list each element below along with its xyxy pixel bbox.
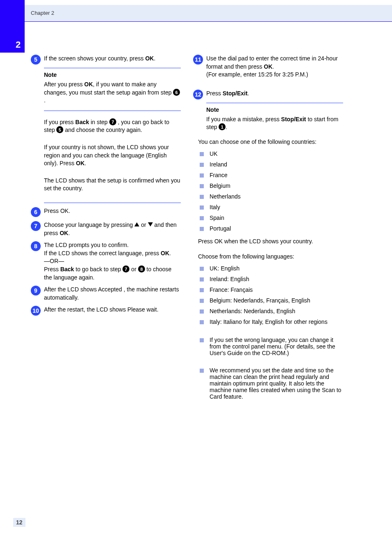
list-item-text: UK: English xyxy=(210,265,343,272)
down-arrow-icon xyxy=(148,222,153,226)
note-r1-text: If you make a mistake, press Stop/Exit t… xyxy=(206,115,343,132)
list-item: France: Français xyxy=(198,286,343,293)
bullet-icon xyxy=(200,288,204,292)
step-12-text: Press Stop/Exit. xyxy=(206,90,343,99)
step-5-icon: 5 xyxy=(31,55,41,65)
list-item: Belgium: Nederlands, Français, English xyxy=(198,297,343,304)
bullet-icon xyxy=(200,369,204,373)
list-item: Spain xyxy=(198,215,343,221)
step-11: 11 Use the dial pad to enter the correct… xyxy=(193,55,343,79)
svg-text:7: 7 xyxy=(111,119,114,124)
ok-label: OK xyxy=(161,250,169,256)
list-item-text: Spain xyxy=(210,215,343,221)
list-item-text: Ireland xyxy=(210,161,343,168)
ok-label: OK xyxy=(264,63,272,70)
countries-intro: You can choose one of the following coun… xyxy=(198,138,343,146)
ref-dot-1: 1 xyxy=(219,123,226,130)
note-rule xyxy=(44,68,181,68)
bullet-icon xyxy=(200,216,204,220)
note-block-1: Note After you press OK, if you want to … xyxy=(44,68,181,111)
svg-text:7: 7 xyxy=(125,266,127,271)
languages-intro: Choose from the following languages: xyxy=(198,253,343,261)
stop-exit-label: Stop/Exit xyxy=(223,90,248,97)
note-1-text: After you press OK, if you want to make … xyxy=(44,81,181,105)
up-arrow-icon xyxy=(134,222,139,226)
list-item-text: France: Français xyxy=(210,286,343,293)
list-item: We recommend you set the date and time s… xyxy=(198,367,343,400)
ref-dot-7b: 7 xyxy=(122,265,129,272)
bullet-icon xyxy=(200,309,204,314)
step-9-text: After the LCD shows Accepted , the machi… xyxy=(44,286,181,302)
list-item: Ireland: English xyxy=(198,276,343,282)
step-12-icon: 12 xyxy=(193,90,203,99)
note-title: Note xyxy=(44,72,181,78)
note-3-text: If your country is not shown, the LCD sh… xyxy=(44,143,181,168)
countries-list: UKIrelandFranceBelgiumNetherlandsItalySp… xyxy=(198,150,343,232)
bullet-icon xyxy=(200,173,204,178)
left-column: 5 If the screen shows your country, pres… xyxy=(31,54,181,316)
bullet-icon xyxy=(200,163,204,167)
step-7-icon: 7 xyxy=(31,221,41,231)
languages-list: UK: EnglishIreland: EnglishFrance: Franç… xyxy=(198,265,343,325)
step-10-text: After the restart, the LCD shows Please … xyxy=(44,306,181,314)
bullet-icon xyxy=(200,320,204,324)
svg-text:10: 10 xyxy=(32,307,39,314)
list-item-text: Italy: Italiano for Italy, English for o… xyxy=(210,319,343,325)
ref-dot-6: 6 xyxy=(173,89,180,96)
bullet-icon xyxy=(200,152,204,156)
page-number: 12 xyxy=(13,518,25,527)
step-7: 7 Choose your language by pressing or an… xyxy=(31,221,181,237)
note-4-text: The LCD shows that the setup is confirme… xyxy=(44,177,181,193)
svg-text:7: 7 xyxy=(34,223,37,229)
step-6: 6 Press OK. xyxy=(31,207,181,217)
list-item-text: Ireland: English xyxy=(210,276,343,282)
list-item-text: Belgium xyxy=(210,182,343,189)
step-9: 9 After the LCD shows Accepted , the mac… xyxy=(31,286,181,302)
list-item: Italy: Italiano for Italy, English for o… xyxy=(198,319,343,325)
list-item: UK: English xyxy=(198,265,343,272)
step-6-icon: 6 xyxy=(31,207,41,217)
svg-text:8: 8 xyxy=(34,243,37,249)
bullet-icon xyxy=(200,195,204,199)
note-rule xyxy=(206,103,343,103)
list-item-text: France xyxy=(210,172,343,178)
bullet-icon xyxy=(200,338,204,342)
step-10: 10 After the restart, the LCD shows Plea… xyxy=(31,306,181,316)
note-rule xyxy=(44,111,181,111)
bullet-icon xyxy=(200,205,204,210)
chapter-banner: Chapter 2 xyxy=(25,5,392,21)
step-11-text: Use the dial pad to enter the correct ti… xyxy=(206,55,343,79)
step-5: 5 If the screen shows your country, pres… xyxy=(31,55,181,65)
right-column: 11 Use the dial pad to enter the correct… xyxy=(193,54,343,400)
ok-label: OK xyxy=(60,230,68,236)
svg-text:8: 8 xyxy=(140,266,143,271)
note-title: Note xyxy=(206,106,343,113)
back-label: Back xyxy=(60,266,74,272)
banner-rule xyxy=(25,21,392,22)
list-item: UK xyxy=(198,150,343,157)
list-item: If you set the wrong language, you can c… xyxy=(198,337,343,356)
step-5-text-a: If the screen shows your country, press xyxy=(44,55,145,62)
step-6-text: Press OK. xyxy=(44,207,181,215)
ok-label: OK xyxy=(145,55,154,62)
step-5-text-b: . xyxy=(154,55,155,62)
list-item-text: Belgium: Nederlands, Français, English xyxy=(210,297,343,304)
list-item: Portugal xyxy=(198,225,343,232)
list-item-text: If you set the wrong language, you can c… xyxy=(210,337,343,356)
bullet-icon xyxy=(200,184,204,188)
note-2-text: If you press Back in step 7 , you can go… xyxy=(44,118,181,134)
ok-label: OK xyxy=(76,160,85,166)
step-8-text: The LCD prompts you to confirm. If the L… xyxy=(44,241,181,282)
bullet-icon xyxy=(200,267,204,271)
step-9-icon: 9 xyxy=(31,286,41,295)
list-item: Ireland xyxy=(198,161,343,168)
bullet-icon xyxy=(200,299,204,303)
step-8-icon: 8 xyxy=(31,241,41,251)
list-item: Netherlands: Nederlands, English xyxy=(198,308,343,314)
step-7-text: Choose your language by pressing or and … xyxy=(44,221,181,237)
list-item: Italy xyxy=(198,204,343,210)
stop-exit-label: Stop/Exit xyxy=(281,116,306,122)
svg-text:9: 9 xyxy=(34,287,37,294)
chapter-title: Chapter 2 xyxy=(31,10,54,16)
ref-dot-5: 5 xyxy=(56,126,63,133)
